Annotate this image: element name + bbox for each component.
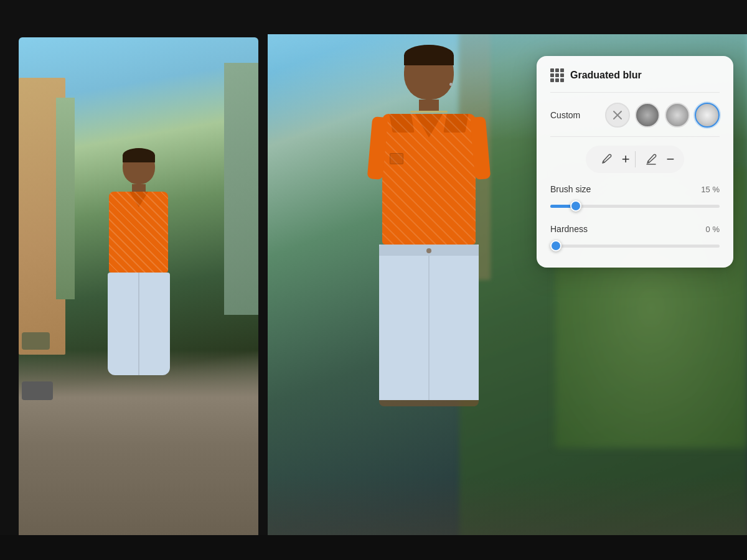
panel-title: Graduated blur (570, 70, 642, 81)
brush-size-label: Brush size (550, 184, 591, 194)
graduated-blur-panel: Graduated blur Custom (537, 56, 733, 268)
hardness-thumb[interactable] (550, 240, 561, 251)
hardness-label: Hardness (550, 224, 588, 234)
brush-size-section: Brush size 15 % (550, 184, 720, 212)
hardness-section: Hardness 0 % (550, 224, 720, 251)
brush-size-value: 15 % (701, 185, 720, 194)
person-left (98, 148, 179, 375)
custom-label: Custom (550, 110, 600, 120)
brush-erase-icon (645, 153, 657, 166)
graduated-blur-icon (550, 68, 564, 82)
preset-selected-button[interactable] (695, 103, 720, 128)
preset-none-icon (611, 108, 624, 122)
preset-none-button[interactable] (605, 103, 630, 128)
person-right (354, 45, 504, 406)
brush-add-icon (600, 153, 613, 166)
remove-sign: − (667, 152, 675, 166)
brush-add-button[interactable] (596, 149, 617, 170)
photo-left-panel (19, 37, 258, 541)
brush-erase-button[interactable] (641, 149, 662, 170)
brush-size-thumb[interactable] (570, 200, 581, 212)
panel-header: Graduated blur (550, 68, 720, 82)
add-sign: + (622, 152, 630, 166)
preset-dark-button[interactable] (635, 103, 660, 128)
custom-row: Custom (550, 103, 720, 128)
hardness-value: 0 % (706, 225, 720, 234)
brush-tools-row: + − (550, 146, 720, 173)
preset-medium-button[interactable] (665, 103, 690, 128)
